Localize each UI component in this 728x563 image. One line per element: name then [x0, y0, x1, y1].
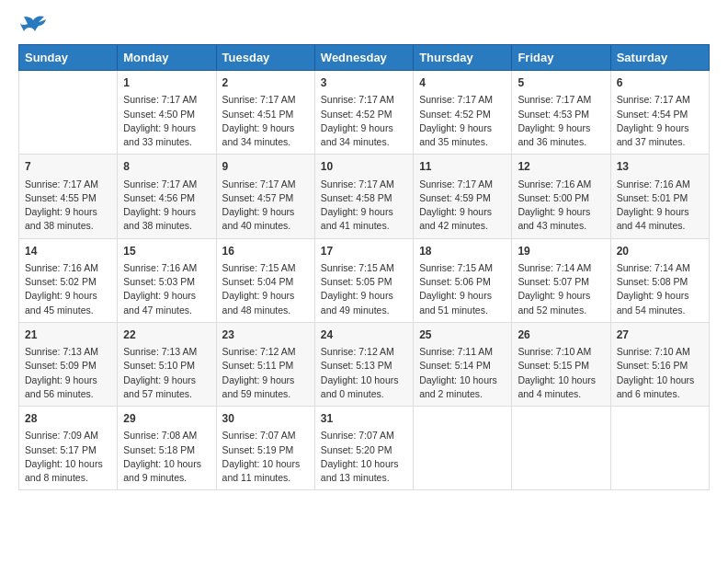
day-info-line: and 34 minutes.	[222, 135, 309, 149]
header-day-monday: Monday	[118, 45, 216, 71]
day-info-line: Daylight: 9 hours	[123, 289, 210, 303]
day-info-line: and 56 minutes.	[25, 387, 111, 401]
header-day-thursday: Thursday	[414, 45, 512, 71]
day-info-line: Sunset: 5:19 PM	[222, 443, 309, 457]
day-info-line: Sunset: 4:58 PM	[321, 191, 407, 205]
day-info-line: and 43 minutes.	[518, 219, 604, 233]
day-number: 14	[25, 244, 111, 259]
day-info-line: Sunrise: 7:15 AM	[222, 261, 309, 275]
day-number: 12	[518, 159, 604, 175]
day-info-line: and 40 minutes.	[222, 219, 309, 233]
day-info-line: Sunrise: 7:15 AM	[321, 261, 407, 275]
day-info-line: Sunset: 5:02 PM	[25, 275, 111, 289]
day-info-line: Sunrise: 7:16 AM	[518, 178, 604, 191]
day-info-line: Daylight: 10 hours	[321, 457, 407, 471]
day-info-line: Sunset: 5:18 PM	[123, 443, 210, 457]
day-info-line: Sunrise: 7:12 AM	[222, 345, 309, 359]
day-info-line: Daylight: 9 hours	[25, 373, 111, 387]
week-row-4: 28Sunrise: 7:09 AMSunset: 5:17 PMDayligh…	[19, 407, 710, 490]
day-number: 7	[25, 159, 111, 175]
day-info-line: and 13 minutes.	[321, 471, 407, 485]
day-info-line: Daylight: 9 hours	[222, 289, 309, 303]
day-number: 2	[222, 75, 309, 91]
calendar-cell: 30Sunrise: 7:07 AMSunset: 5:19 PMDayligh…	[216, 407, 314, 490]
calendar-cell: 17Sunrise: 7:15 AMSunset: 5:05 PMDayligh…	[314, 238, 413, 322]
day-info-line: Sunset: 5:07 PM	[518, 275, 604, 289]
day-number: 17	[321, 244, 407, 259]
day-info-line: Daylight: 9 hours	[321, 289, 407, 303]
day-info-line: Sunrise: 7:07 AM	[321, 429, 407, 442]
day-number: 6	[617, 75, 703, 91]
calendar-cell: 5Sunrise: 7:17 AMSunset: 4:53 PMDaylight…	[512, 71, 610, 155]
day-info-line: Sunset: 5:13 PM	[321, 359, 407, 373]
day-info-line: Sunset: 4:57 PM	[222, 191, 309, 205]
calendar-cell: 28Sunrise: 7:09 AMSunset: 5:17 PMDayligh…	[19, 407, 118, 490]
day-info-line: Sunset: 5:20 PM	[321, 443, 407, 457]
header-day-saturday: Saturday	[610, 45, 709, 71]
calendar-table: SundayMondayTuesdayWednesdayThursdayFrid…	[18, 44, 710, 490]
day-info-line: Daylight: 10 hours	[222, 457, 309, 471]
day-info-line: and 2 minutes.	[419, 387, 506, 401]
day-info-line: Sunrise: 7:17 AM	[123, 178, 210, 191]
calendar-cell: 10Sunrise: 7:17 AMSunset: 4:58 PMDayligh…	[314, 155, 413, 238]
day-number: 5	[518, 75, 604, 91]
day-info-line: Sunrise: 7:17 AM	[419, 93, 506, 107]
day-info-line: Daylight: 9 hours	[617, 289, 703, 303]
day-info-line: Sunrise: 7:11 AM	[419, 345, 506, 359]
calendar-cell: 20Sunrise: 7:14 AMSunset: 5:08 PMDayligh…	[610, 238, 709, 322]
day-info-line: Sunrise: 7:16 AM	[617, 178, 703, 191]
day-info-line: Sunset: 5:03 PM	[123, 275, 210, 289]
day-info-line: and 45 minutes.	[25, 304, 111, 317]
day-info-line: and 38 minutes.	[25, 219, 111, 233]
header-day-friday: Friday	[512, 45, 610, 71]
day-info-line: Daylight: 9 hours	[518, 289, 604, 303]
day-info-line: and 47 minutes.	[123, 304, 210, 317]
day-number: 3	[321, 75, 407, 91]
calendar-cell	[610, 407, 709, 490]
day-number: 28	[25, 411, 111, 427]
day-number: 4	[419, 75, 506, 91]
day-number: 9	[222, 159, 309, 175]
day-number: 24	[321, 327, 407, 343]
day-info-line: Daylight: 9 hours	[321, 121, 407, 135]
calendar-cell	[19, 71, 118, 155]
day-info-line: and 33 minutes.	[123, 135, 210, 149]
day-info-line: Daylight: 10 hours	[518, 373, 604, 387]
day-info-line: Sunset: 5:09 PM	[25, 359, 111, 373]
day-info-line: Daylight: 10 hours	[321, 373, 407, 387]
day-number: 13	[617, 159, 703, 175]
day-info-line: Daylight: 9 hours	[222, 205, 309, 219]
calendar-cell: 24Sunrise: 7:12 AMSunset: 5:13 PMDayligh…	[314, 322, 413, 406]
day-info-line: and 44 minutes.	[617, 219, 703, 233]
day-info-line: and 37 minutes.	[617, 135, 703, 149]
day-info-line: and 59 minutes.	[222, 387, 309, 401]
day-info-line: Sunrise: 7:17 AM	[222, 178, 309, 191]
day-info-line: Daylight: 9 hours	[419, 121, 506, 135]
day-info-line: Sunset: 5:06 PM	[419, 275, 506, 289]
day-info-line: and 4 minutes.	[518, 387, 604, 401]
day-info-line: Daylight: 9 hours	[518, 121, 604, 135]
day-info-line: Sunset: 4:59 PM	[419, 191, 506, 205]
day-info-line: Sunset: 5:16 PM	[617, 359, 703, 373]
day-info-line: Sunrise: 7:17 AM	[617, 93, 703, 107]
day-info-line: and 34 minutes.	[321, 135, 407, 149]
day-number: 19	[518, 244, 604, 259]
day-number: 16	[222, 244, 309, 259]
day-info-line: and 51 minutes.	[419, 304, 506, 317]
calendar-cell: 29Sunrise: 7:08 AMSunset: 5:18 PMDayligh…	[118, 407, 216, 490]
day-info-line: Sunset: 4:52 PM	[321, 108, 407, 121]
day-info-line: Daylight: 10 hours	[617, 373, 703, 387]
header-day-sunday: Sunday	[19, 45, 118, 71]
calendar-cell	[414, 407, 512, 490]
day-info-line: and 52 minutes.	[518, 304, 604, 317]
day-info-line: and 11 minutes.	[222, 471, 309, 485]
calendar-cell: 23Sunrise: 7:12 AMSunset: 5:11 PMDayligh…	[216, 322, 314, 406]
day-info-line: Sunrise: 7:17 AM	[321, 93, 407, 107]
day-number: 18	[419, 244, 506, 259]
day-info-line: Daylight: 10 hours	[123, 457, 210, 471]
logo	[18, 15, 46, 35]
day-number: 31	[321, 411, 407, 427]
day-number: 1	[123, 75, 210, 91]
week-row-2: 14Sunrise: 7:16 AMSunset: 5:02 PMDayligh…	[19, 238, 710, 322]
day-info-line: Sunrise: 7:09 AM	[25, 429, 111, 442]
